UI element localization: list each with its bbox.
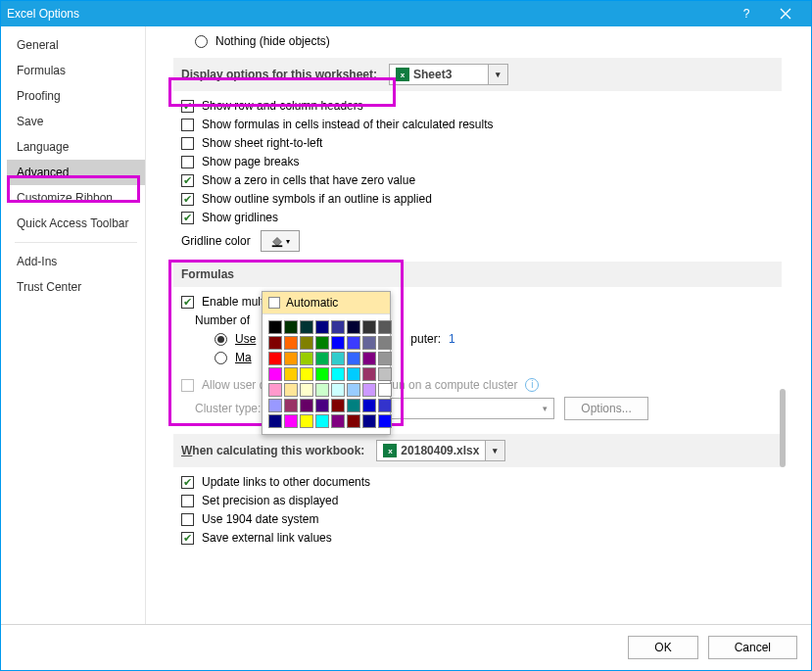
color-swatch[interactable] [378,352,392,365]
help-button[interactable]: ? [727,1,766,26]
color-swatch[interactable] [347,367,360,381]
close-button[interactable] [766,1,805,26]
color-swatch[interactable] [362,352,376,365]
content-panel: Nothing (hide objects) Display options f… [146,26,811,624]
sidebar-item-addins[interactable]: Add-Ins [7,249,145,274]
color-swatch[interactable] [268,352,282,365]
enable-multi-label: Enable multi [202,295,266,309]
color-swatch[interactable] [315,352,329,365]
color-swatch[interactable] [378,414,392,428]
color-swatch[interactable] [284,336,298,350]
color-swatch[interactable] [331,399,345,412]
color-swatch[interactable] [268,383,282,397]
color-swatch[interactable] [347,383,360,397]
color-swatch[interactable] [315,383,329,397]
color-swatch[interactable] [378,383,392,397]
color-swatch[interactable] [362,320,376,334]
checkbox-wb-opt-3[interactable] [181,532,194,545]
color-swatch[interactable] [284,414,298,428]
checkbox-enable-multi[interactable] [181,296,194,309]
color-swatch[interactable] [300,352,313,365]
color-swatch[interactable] [331,352,345,365]
color-swatch[interactable] [284,320,298,334]
sidebar-item-proofing[interactable]: Proofing [7,83,145,109]
color-swatch[interactable] [378,336,392,350]
ok-button[interactable]: OK [628,636,697,659]
radio-manual[interactable] [215,352,227,364]
color-swatch[interactable] [378,399,392,412]
checkbox-ws-opt-5[interactable] [181,193,194,206]
color-swatch[interactable] [268,399,282,412]
info-icon[interactable]: i [525,378,539,392]
color-automatic-row[interactable]: Automatic [263,292,390,314]
sidebar-item-general[interactable]: General [7,32,145,58]
checkbox-ws-opt-3[interactable] [181,156,194,168]
color-swatch[interactable] [362,414,376,428]
color-swatch[interactable] [362,383,376,397]
color-swatch[interactable] [284,352,298,365]
color-swatch[interactable] [284,367,298,381]
sidebar-item-quick-access[interactable]: Quick Access Toolbar [7,211,145,236]
color-swatch[interactable] [300,414,313,428]
color-swatch[interactable] [315,399,329,412]
checkbox-wb-opt-1[interactable] [181,495,194,507]
color-swatch[interactable] [347,320,360,334]
sidebar-item-formulas[interactable]: Formulas [7,58,145,83]
chevron-down-icon[interactable]: ▾ [485,441,504,460]
sidebar-item-advanced[interactable]: Advanced [7,160,145,185]
color-swatch[interactable] [300,383,313,397]
color-swatch[interactable] [331,320,345,334]
color-swatch[interactable] [268,320,282,334]
color-swatch[interactable] [362,367,376,381]
sidebar-item-trust-center[interactable]: Trust Center [7,274,145,300]
color-swatch[interactable] [268,336,282,350]
checkbox-ws-opt-2[interactable] [181,137,194,150]
color-swatch[interactable] [347,352,360,365]
color-swatch[interactable] [315,336,329,350]
color-swatch[interactable] [300,399,313,412]
color-swatch[interactable] [315,367,329,381]
sidebar-item-customize-ribbon[interactable]: Customize Ribbon [7,185,145,211]
chevron-down-icon[interactable]: ▾ [488,65,507,84]
color-swatch[interactable] [315,414,329,428]
checkbox-ws-opt-6[interactable] [181,212,194,224]
color-swatch[interactable] [268,367,282,381]
checkbox-wb-opt-0[interactable] [181,476,194,489]
color-swatch[interactable] [378,320,392,334]
color-swatch[interactable] [331,336,345,350]
scrollbar-thumb[interactable] [780,389,786,467]
color-swatch[interactable] [362,336,376,350]
color-swatch[interactable] [284,383,298,397]
color-swatch[interactable] [378,367,392,381]
radio-use-all[interactable] [215,333,227,346]
color-swatch[interactable] [284,399,298,412]
sidebar-separator [15,242,137,243]
checkbox-wb-opt-2[interactable] [181,513,194,526]
color-swatch[interactable] [347,414,360,428]
radio-nothing[interactable] [195,35,208,48]
gridline-color-button[interactable]: ▾ [261,230,300,252]
manual-label: Ma [235,351,252,364]
worksheet-dropdown[interactable]: xSheet3 ▾ [389,64,508,85]
color-swatch[interactable] [331,383,345,397]
checkbox-ws-opt-1[interactable] [181,119,194,131]
color-swatch[interactable] [347,399,360,412]
color-swatch[interactable] [331,414,345,428]
checkbox-ws-opt-4[interactable] [181,174,194,187]
excel-file-icon: x [383,444,397,457]
color-swatch[interactable] [300,336,313,350]
color-swatch[interactable] [331,367,345,381]
checkbox-ws-opt-0[interactable] [181,100,194,113]
color-swatch[interactable] [362,399,376,412]
wb-opt-label-1: Set precision as displayed [202,494,338,507]
cancel-button[interactable]: Cancel [708,636,797,659]
color-swatch[interactable] [315,320,329,334]
color-swatch[interactable] [347,336,360,350]
color-swatch[interactable] [300,320,313,334]
sidebar-item-language[interactable]: Language [7,134,145,160]
color-swatch[interactable] [300,367,313,381]
computer-suffix: puter: [410,332,441,346]
sidebar-item-save[interactable]: Save [7,109,145,134]
workbook-dropdown[interactable]: x20180409.xlsx ▾ [376,440,505,461]
color-swatch[interactable] [268,414,282,428]
